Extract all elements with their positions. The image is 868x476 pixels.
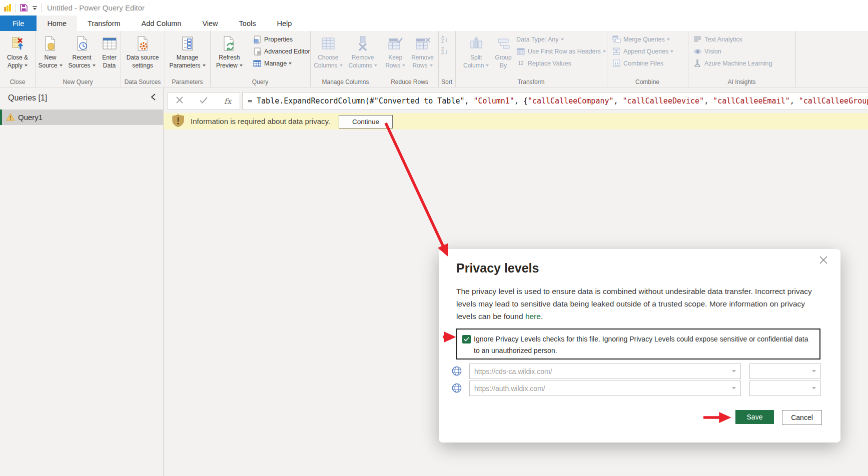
- manage-icon: [253, 60, 262, 68]
- data-source-url-select-2[interactable]: https://auth.wildix.com/: [469, 380, 741, 396]
- ribbon-group-query: Refresh Preview Properties Advanced Edit…: [210, 31, 311, 87]
- split-column-button[interactable]: Split Column: [461, 34, 491, 70]
- group-label-reduce-rows: Reduce Rows: [381, 78, 438, 86]
- manage-button[interactable]: Manage: [253, 58, 310, 68]
- dropdown-caret-icon: [486, 64, 489, 66]
- power-query-editor-window: Untitled - Power Query Editor File Home …: [0, 0, 868, 476]
- refresh-preview-button[interactable]: Refresh Preview: [214, 34, 245, 70]
- cancel-button[interactable]: Cancel: [782, 410, 822, 425]
- append-queries-button[interactable]: Append Queries: [612, 46, 673, 56]
- privacy-level-select-1[interactable]: [749, 364, 821, 379]
- discard-formula-icon[interactable]: [176, 96, 183, 106]
- save-icon[interactable]: [20, 4, 28, 12]
- vision-button[interactable]: Vision: [693, 46, 772, 56]
- fx-icon: fx: [224, 96, 232, 106]
- remove-rows-icon: [415, 34, 431, 52]
- replace-values-button[interactable]: 1 2 Replace Values: [516, 58, 606, 68]
- privacy-levels-dialog: Privacy levels The privacy level is used…: [439, 249, 840, 442]
- dropdown-caret-icon: [240, 64, 243, 66]
- sort-az-icon: AZ: [441, 35, 444, 43]
- formula-bar-zone: fx = Table.ExpandRecordColumn(#"Converte…: [164, 88, 868, 113]
- use-first-row-as-headers-button[interactable]: Use First Row as Headers: [516, 46, 606, 56]
- enter-data-button[interactable]: Enter Data: [100, 34, 120, 70]
- combine-files-icon: [612, 60, 621, 68]
- dialog-close-icon[interactable]: [818, 255, 828, 265]
- properties-button[interactable]: Properties: [253, 34, 310, 44]
- ribbon-group-parameters: Manage Parameters Parameters: [165, 31, 211, 87]
- tab-view[interactable]: View: [192, 16, 228, 31]
- save-button[interactable]: Save: [735, 410, 774, 424]
- combine-files-button[interactable]: Combine Files: [612, 58, 673, 68]
- privacy-notification-bar: Information is required about data priva…: [164, 113, 868, 130]
- chevron-down-icon: [812, 370, 816, 372]
- new-source-icon: [43, 34, 58, 52]
- collapse-pane-chevron-icon[interactable]: [151, 94, 156, 102]
- keep-rows-button[interactable]: Keep Rows: [383, 34, 407, 70]
- titlebar-separator-2: [41, 4, 42, 12]
- new-source-button[interactable]: New Source: [36, 34, 64, 70]
- data-type-button[interactable]: Data Type: Any: [516, 34, 606, 44]
- choose-columns-button[interactable]: Choose Columns: [312, 34, 344, 70]
- tab-add-column[interactable]: Add Column: [131, 16, 192, 31]
- text-analytics-button[interactable]: Text Analytics: [693, 34, 772, 44]
- remove-columns-icon: [355, 34, 370, 52]
- ignore-privacy-levels-checkbox[interactable]: [462, 335, 471, 344]
- recent-sources-button[interactable]: Recent Sources: [67, 34, 98, 70]
- group-label-ai-insights: AI Insights: [688, 78, 795, 86]
- close-and-apply-icon: [10, 34, 26, 52]
- ribbon-group-reduce-rows: Keep Rows Remove Rows Reduce Rows: [381, 31, 439, 87]
- dropdown-caret-icon: [340, 64, 343, 66]
- query-warning-icon: [6, 113, 15, 123]
- power-bi-logo-icon: [3, 4, 12, 12]
- refresh-preview-icon: [222, 34, 237, 52]
- tab-file[interactable]: File: [0, 16, 37, 31]
- sort-ascending-button[interactable]: AZ ↓: [441, 35, 448, 43]
- accept-formula-icon[interactable]: [200, 96, 208, 106]
- here-link[interactable]: here: [525, 312, 541, 320]
- tab-help[interactable]: Help: [266, 16, 302, 31]
- sort-descending-button[interactable]: ZA ↓: [441, 47, 448, 55]
- ribbon-group-ai-insights: Text Analytics Vision Azure Machine Lear…: [688, 31, 796, 87]
- replace-values-icon: 1 2: [516, 60, 525, 68]
- advanced-editor-button[interactable]: Advanced Editor: [253, 46, 310, 56]
- recent-sources-icon: [75, 34, 90, 52]
- dropdown-caret-icon: [60, 64, 63, 66]
- text-analytics-icon: [693, 36, 702, 44]
- quick-access-caret-icon[interactable]: [32, 6, 38, 10]
- azure-ml-button[interactable]: Azure Machine Learning: [693, 58, 772, 68]
- ribbon-group-combine: Merge Queries Append Queries Combine Fil…: [607, 31, 688, 87]
- formula-bar-buttons: fx: [168, 92, 240, 110]
- group-label-sort: Sort: [438, 78, 455, 86]
- append-queries-icon: [612, 48, 621, 56]
- tab-tools[interactable]: Tools: [229, 16, 267, 31]
- dropdown-caret-icon: [430, 64, 433, 66]
- privacy-level-select-2[interactable]: [749, 380, 821, 396]
- merge-queries-button[interactable]: Merge Queries: [612, 34, 673, 44]
- ribbon: Close & Apply Close New Source: [0, 31, 868, 88]
- tab-home[interactable]: Home: [37, 16, 77, 31]
- data-source-settings-button[interactable]: Data source settings: [125, 34, 161, 70]
- tab-transform[interactable]: Transform: [77, 16, 131, 31]
- selected-query-accent-bar: [0, 110, 2, 125]
- dropdown-caret-icon: [25, 64, 28, 66]
- group-label-data-sources: Data Sources: [121, 78, 165, 86]
- dropdown-caret-icon: [203, 64, 206, 66]
- properties-icon: [253, 36, 262, 44]
- enter-data-icon: [102, 34, 118, 52]
- query-list-item[interactable]: Query1: [0, 110, 163, 125]
- title-bar: Untitled - Power Query Editor: [0, 0, 868, 16]
- formula-text: = Table.ExpandRecordColumn(#"Converted t…: [243, 96, 868, 106]
- privacy-row-2: https://auth.wildix.com/: [439, 380, 840, 396]
- manage-parameters-button[interactable]: Manage Parameters: [167, 34, 207, 70]
- close-and-apply-button[interactable]: Close & Apply: [5, 34, 30, 70]
- vision-eye-icon: [693, 48, 702, 56]
- ribbon-group-new-query: New Source Recent Sources Enter Data: [35, 31, 121, 87]
- formula-input[interactable]: = Table.ExpandRecordColumn(#"Converted t…: [242, 92, 868, 110]
- group-by-button[interactable]: Group By: [493, 34, 513, 70]
- remove-columns-button[interactable]: Remove Columns: [347, 34, 379, 70]
- ribbon-group-data-sources: Data source settings Data Sources: [121, 31, 165, 87]
- continue-button[interactable]: Continue: [339, 115, 393, 128]
- window-title: Untitled - Power Query Editor: [47, 4, 145, 12]
- data-source-url-select-1[interactable]: https://cds-ca.wildix.com/: [469, 364, 741, 379]
- remove-rows-button[interactable]: Remove Rows: [409, 34, 436, 70]
